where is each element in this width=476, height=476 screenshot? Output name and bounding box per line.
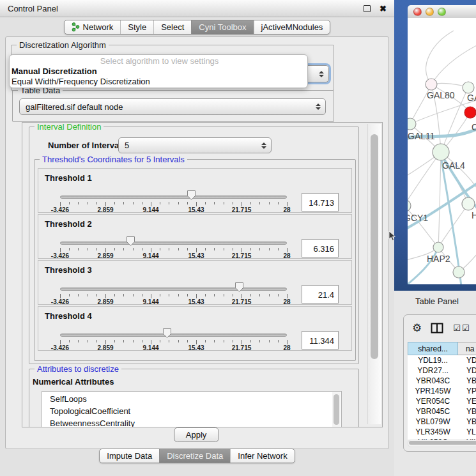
table-data-combobox[interactable]: galFiltered.sif default node — [19, 98, 326, 115]
tab-network[interactable]: Network — [65, 20, 121, 34]
slider-track[interactable] — [60, 288, 287, 291]
table-row[interactable]: YER054CYER0 — [408, 396, 476, 406]
network-node-gal4[interactable] — [433, 144, 449, 160]
slider-tick — [224, 202, 224, 204]
tab-style[interactable]: Style — [120, 20, 153, 34]
table-row[interactable]: YBR043CYBR0 — [408, 376, 476, 386]
slider-track[interactable] — [60, 242, 287, 245]
slider-tick — [287, 248, 288, 252]
slider-tick — [196, 202, 197, 206]
close-traffic-light-icon[interactable] — [413, 8, 422, 16]
slider-tick — [78, 248, 79, 250]
spinner-arrows-icon — [316, 71, 326, 77]
table-horizontal-scrollbar[interactable] — [408, 440, 476, 447]
table-row[interactable]: YPR145WYPR1 — [408, 386, 476, 396]
network-node-c[interactable] — [464, 107, 476, 118]
close-icon[interactable]: ✖ — [380, 4, 387, 13]
network-canvas[interactable]: GAL80GACGAL11GAL4GCY1HHAP2 — [408, 18, 476, 284]
slider-tick — [205, 202, 206, 204]
slider-tick-label: 21.715 — [232, 344, 252, 351]
slider-tick — [214, 202, 215, 204]
checkbox-icon[interactable]: ☑ — [453, 323, 461, 333]
table-cell: YER0 — [458, 396, 476, 406]
threshold-slider[interactable]: -3.4262.8599.14415.4321.71528 — [60, 307, 287, 351]
slider-track[interactable] — [60, 334, 287, 337]
zoom-traffic-light-icon[interactable] — [438, 8, 446, 16]
network-node[interactable] — [453, 266, 464, 278]
threshold-value-field[interactable]: 14.713 — [302, 193, 339, 211]
table-row[interactable]: YDR27...YDR2 — [408, 365, 476, 376]
threshold-value-field[interactable]: 21.4 — [302, 285, 339, 303]
slider-thumb[interactable] — [234, 282, 244, 293]
checkbox-icon[interactable]: ☑ — [462, 323, 470, 333]
slider-tick — [60, 202, 61, 206]
settings-scrollbar[interactable] — [367, 124, 381, 424]
network-window: GAL80GACGAL11GAL4GCY1HHAP2 — [394, 0, 476, 291]
tab-impute-data[interactable]: Impute Data — [100, 449, 159, 463]
column-header-na[interactable]: na — [458, 342, 476, 355]
tab-cyni-toolbox[interactable]: Cyni Toolbox — [191, 20, 253, 34]
slider-tick — [88, 340, 88, 342]
threshold-value-field[interactable]: 6.316 — [302, 239, 339, 257]
combobox-value: 5 — [125, 141, 259, 150]
scrollbar-thumb[interactable] — [334, 394, 339, 425]
network-graph[interactable]: GAL80GACGAL11GAL4GCY1HHAP2 — [408, 18, 476, 284]
num-intervals-combobox[interactable]: 5 — [118, 137, 272, 153]
tab-select[interactable]: Select — [153, 20, 191, 34]
attribute-list-item[interactable]: BetweennessCentrality — [50, 417, 341, 427]
slider-tick-label: 2.859 — [97, 206, 113, 213]
table-row[interactable]: YLR345WYLR3 — [408, 427, 476, 437]
slider-tick — [160, 248, 160, 250]
slider-track[interactable] — [60, 196, 287, 199]
tab-jactivemnodules[interactable]: jActiveMNodules — [254, 20, 330, 34]
column-header-shared[interactable]: shared... — [408, 342, 458, 355]
slider-tick — [224, 340, 224, 342]
slider-tick — [169, 202, 169, 204]
threshold-slider[interactable]: -3.4262.8599.14415.4321.71528 — [60, 169, 287, 213]
threshold-slider[interactable]: -3.4262.8599.14415.4321.71528 — [60, 215, 287, 259]
scrollbar-thumb[interactable] — [371, 134, 378, 359]
tab-label: Network — [83, 22, 114, 32]
dropdown-option-equal-width[interactable]: Equal Width/Frequency Discretization — [10, 77, 307, 87]
network-node-ga[interactable] — [463, 82, 474, 93]
tab-discretize-data[interactable]: Discretize Data — [159, 449, 230, 463]
tab-infer-network[interactable]: Infer Network — [230, 449, 294, 463]
slider-tick — [233, 248, 233, 250]
network-node-gcy1[interactable] — [408, 200, 411, 211]
threshold-value-field[interactable]: 11.344 — [302, 331, 339, 349]
slider-tick — [187, 248, 188, 250]
attribute-list-item[interactable]: TopologicalCoefficient — [50, 405, 341, 417]
node-attribute-table[interactable]: shared...na YDL19...YDL1YDR27...YDR2YBR0… — [408, 342, 476, 440]
numerical-attributes-list[interactable]: SelfLoopsTopologicalCoefficientBetweenne… — [42, 391, 342, 427]
table-row[interactable]: YBR045CYBR0 — [408, 406, 476, 417]
num-intervals-label: Number of Intervals — [48, 141, 126, 150]
columns-icon[interactable] — [431, 323, 443, 334]
attribute-list-item[interactable]: SelfLoops — [50, 393, 341, 405]
gear-icon[interactable]: ⚙ — [412, 321, 422, 335]
network-node-hap2[interactable] — [433, 242, 443, 252]
dropdown-option-manual[interactable]: Manual Discretization — [10, 66, 307, 77]
tab-label: Infer Network — [238, 451, 287, 461]
slider-tick — [187, 294, 188, 296]
network-node-gal11[interactable] — [408, 118, 416, 130]
slider-tick-label: 9.144 — [142, 206, 158, 213]
table-row[interactable]: YBL079WYBL0 — [408, 417, 476, 427]
slider-thumb[interactable] — [162, 328, 172, 339]
attributes-scrollbar[interactable] — [332, 392, 341, 427]
float-window-icon[interactable] — [364, 5, 371, 12]
threshold-slider[interactable]: -3.4262.8599.14415.4321.71528 — [60, 261, 287, 305]
panel-title: Control Panel — [8, 4, 364, 13]
slider-tick — [178, 248, 179, 250]
slider-thumb[interactable] — [126, 236, 135, 247]
network-node-gal80[interactable] — [426, 79, 437, 90]
bottom-tab-bar: Impute DataDiscretize DataInfer Network — [0, 449, 394, 463]
slider-thumb[interactable] — [187, 190, 196, 201]
table-row[interactable]: YDL19...YDL1 — [408, 355, 476, 365]
slider-tick-label: 9.144 — [142, 344, 158, 351]
apply-button[interactable]: Apply — [174, 427, 219, 442]
network-node-h[interactable] — [462, 197, 475, 210]
scrollbar-thumb[interactable] — [409, 441, 476, 445]
table-cell: YDL1 — [458, 355, 476, 365]
minimize-traffic-light-icon[interactable] — [426, 8, 434, 16]
slider-tick-label: 2.859 — [97, 344, 113, 351]
